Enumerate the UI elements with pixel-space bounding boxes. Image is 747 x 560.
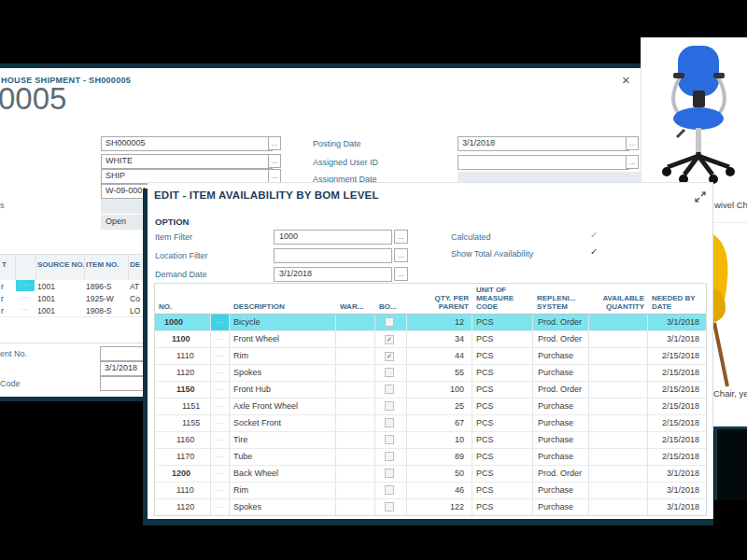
- bom-checkbox[interactable]: [385, 469, 394, 478]
- bom-table-row[interactable]: 1000···Bicycle12PCSProd. Order3/1/2018: [155, 315, 706, 331]
- replenishment-cell: Prod. Order: [533, 331, 589, 347]
- description-fragment: Co: [130, 294, 140, 303]
- option-field-label: Location Filter: [155, 251, 208, 260]
- replenishment-cell: Purchase: [533, 415, 589, 431]
- lookup-button[interactable]: ...: [394, 230, 408, 244]
- bom-checkbox[interactable]: ✓: [385, 352, 394, 361]
- stage: HOUSE SHIPMENT - SH000005 × 0005 s SH000…: [0, 0, 747, 560]
- lookup-button[interactable]: ...: [268, 169, 281, 183]
- bom-table-row[interactable]: 1120···Spokes122PCSPurchase3/1/2018: [155, 499, 706, 515]
- row-ellipsis[interactable]: ···: [16, 292, 35, 303]
- checkbox[interactable]: ✓: [590, 246, 598, 257]
- source-no-cell: 1001: [37, 306, 55, 315]
- row-ellipsis[interactable]: ···: [211, 399, 230, 414]
- item-no-cell: 1925-W: [86, 294, 114, 303]
- bom-checkbox[interactable]: [385, 485, 394, 495]
- shipment-field[interactable]: WHITE: [101, 154, 273, 169]
- bom-checkbox[interactable]: [385, 385, 394, 394]
- bom-table-row[interactable]: 1200···Back Wheel50PCSProd. Order3/1/201…: [155, 466, 706, 483]
- lookup-button[interactable]: ...: [268, 154, 281, 168]
- row-ellipsis[interactable]: ···: [211, 449, 230, 465]
- qty-per-parent-cell: 50: [407, 466, 472, 482]
- lookup-button[interactable]: ...: [394, 248, 408, 262]
- dark-tile: [714, 427, 747, 500]
- bom-table-row[interactable]: 1170···Tube89PCSPurchase2/15/2018: [155, 449, 706, 466]
- item-no-cell: 1170: [155, 449, 211, 465]
- lookup-button[interactable]: ...: [268, 136, 281, 150]
- bom-checkbox[interactable]: [385, 317, 394, 327]
- field-label: Assigned User ID: [313, 158, 378, 167]
- item-no-cell: 1120: [155, 499, 211, 515]
- warning-cell: [336, 499, 375, 515]
- replenishment-cell: Purchase: [533, 483, 589, 498]
- warning-cell: [336, 315, 375, 330]
- row-ellipsis[interactable]: ···: [211, 382, 230, 398]
- lookup-button[interactable]: ...: [626, 136, 639, 150]
- description-cell: Front Hub: [230, 382, 336, 398]
- item-no-cell: 1200: [155, 466, 211, 482]
- row-ellipsis[interactable]: ···: [16, 280, 35, 291]
- bom-checkbox[interactable]: [385, 502, 394, 511]
- item-no-cell: 1100: [155, 331, 211, 347]
- row-ellipsis[interactable]: ···: [211, 499, 230, 515]
- needed-by-date-cell: 2/15/2018: [648, 365, 706, 381]
- row-ellipsis[interactable]: ···: [211, 331, 230, 347]
- option-field[interactable]: 3/1/2018: [274, 267, 392, 282]
- bom-checkbox[interactable]: [385, 368, 394, 377]
- checkbox-label: Show Total Availability: [451, 249, 533, 259]
- bom-table-row[interactable]: 1151···Axle Front Wheel25PCSPurchase2/15…: [155, 399, 706, 415]
- shipment-field[interactable]: [458, 155, 629, 170]
- replenishment-cell: Purchase: [533, 449, 589, 465]
- row-ellipsis[interactable]: ···: [211, 365, 230, 381]
- expand-icon[interactable]: [693, 189, 708, 204]
- row-ellipsis[interactable]: ···: [211, 348, 230, 364]
- shipment-field[interactable]: SH000005: [101, 136, 273, 151]
- unit-of-measure-cell: PCS: [472, 331, 533, 347]
- shipment-field[interactable]: 3/1/2018: [458, 136, 629, 151]
- available-quantity-cell: [589, 365, 648, 381]
- bom-checkbox[interactable]: [385, 401, 394, 411]
- bom-table-row[interactable]: 1160···Tire10PCSPurchase2/15/2018: [155, 432, 706, 449]
- bom-checkbox[interactable]: [385, 452, 394, 461]
- row-ellipsis[interactable]: ···: [211, 415, 230, 431]
- field-label: Posting Date: [313, 139, 361, 148]
- row-ellipsis[interactable]: ···: [211, 466, 230, 482]
- bom-table-row[interactable]: 1100···Front Wheel✓34PCSProd. Order3/1/2…: [155, 331, 706, 348]
- warning-cell: [336, 466, 375, 482]
- description-cell: Back Wheel: [230, 466, 336, 482]
- cell-fragment: r: [1, 294, 4, 303]
- checkbox[interactable]: ✓: [590, 230, 598, 240]
- bom-column-header: NO.: [155, 302, 211, 314]
- item-no-cell: 1000: [155, 315, 211, 330]
- needed-by-date-cell: 2/15/2018: [648, 449, 706, 465]
- bom-checkbox[interactable]: ✓: [385, 335, 394, 344]
- lookup-button[interactable]: ...: [394, 267, 408, 281]
- row-ellipsis[interactable]: ···: [16, 304, 35, 315]
- bom-table-row[interactable]: 1120···Spokes55PCSPurchase2/15/2018: [155, 365, 706, 382]
- bom-checkbox[interactable]: [385, 418, 394, 427]
- bom-table-row[interactable]: 1155···Socket Front67PCSPurchase2/15/201…: [155, 415, 706, 432]
- page-heading: 0005: [0, 81, 66, 117]
- item-no-cell: 1150: [155, 382, 211, 398]
- bom-cell: [375, 499, 407, 515]
- row-ellipsis[interactable]: ···: [211, 315, 230, 330]
- replenishment-cell: Purchase: [533, 348, 589, 364]
- source-no-cell: 1001: [37, 282, 55, 291]
- row-ellipsis[interactable]: ···: [211, 483, 230, 498]
- description-cell: Axle Front Wheel: [230, 399, 336, 414]
- option-field[interactable]: [274, 248, 392, 263]
- row-ellipsis[interactable]: ···: [211, 432, 230, 448]
- field-label-fragment: Code: [0, 379, 21, 388]
- lookup-button[interactable]: ...: [626, 155, 639, 169]
- description-cell: Rim: [230, 483, 336, 498]
- bom-table-row[interactable]: 1110···Rim46PCSPurchase3/1/2018: [155, 483, 706, 499]
- bom-checkbox[interactable]: [385, 435, 394, 444]
- bom-table-row[interactable]: 1110···Rim✓44PCSPurchase2/15/2018: [155, 348, 706, 365]
- qty-per-parent-cell: 12: [407, 315, 472, 330]
- qty-per-parent-cell: 34: [407, 331, 472, 347]
- close-icon[interactable]: ×: [622, 73, 630, 88]
- needed-by-date-cell: 2/15/2018: [648, 415, 706, 431]
- option-field[interactable]: 1000: [274, 230, 392, 245]
- bom-column-header: DESCRIPTION: [230, 302, 336, 314]
- bom-table-row[interactable]: 1150···Front Hub100PCSProd. Order2/15/20…: [155, 382, 706, 399]
